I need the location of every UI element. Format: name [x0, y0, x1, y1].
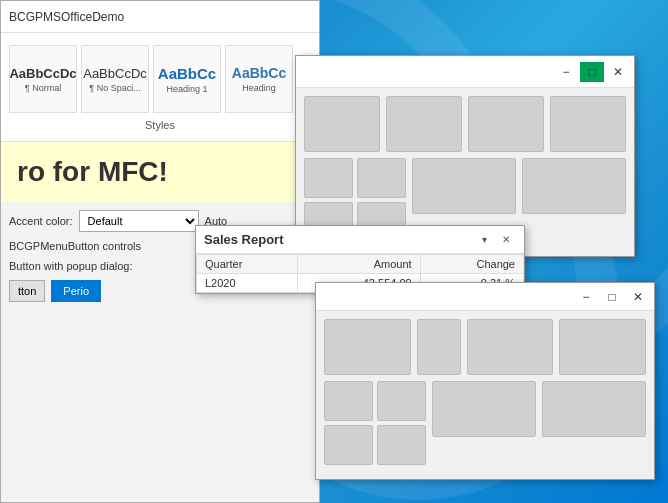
styles-label: Styles [9, 117, 311, 133]
grid-p2-row-2a [324, 381, 426, 421]
grid-p2-cell-1-2 [417, 319, 461, 375]
style-preview-heading1: AaBbCc [158, 65, 216, 82]
grid-cell-2-2 [412, 158, 516, 214]
grid-p2-cell-2-1d [377, 425, 426, 465]
grid-p2-cell-1-1 [324, 319, 411, 375]
grid-p2-col-group [324, 381, 426, 465]
grid-row-1 [304, 96, 626, 152]
accent-select[interactable]: Default [79, 210, 199, 232]
styles-row: AaBbCcDc ¶ Normal AaBbCcDc ¶ No Spaci...… [9, 41, 311, 117]
style-preview-heading: AaBbCc [232, 65, 286, 81]
mfc-heading: ro for MFC! [17, 156, 168, 188]
style-nospace[interactable]: AaBbCcDc ¶ No Spaci... [81, 45, 149, 113]
grid-cell-1-1 [304, 96, 380, 152]
sales-window-title: Sales Report [204, 232, 283, 247]
grid-panel-2-maximize[interactable]: □ [600, 287, 624, 307]
style-heading1[interactable]: AaBbCc Heading 1 [153, 45, 221, 113]
grid-panel-2-title-bar: − □ ✕ [316, 283, 654, 311]
grid-panel-2: − □ ✕ [315, 282, 655, 480]
grid-p2-cell-2-1a [324, 381, 373, 421]
style-preview-nospace: AaBbCcDc [83, 66, 147, 81]
col-change: Change [420, 255, 523, 274]
grid-panel-2-content [316, 311, 654, 479]
ribbon-content: AaBbCcDc ¶ Normal AaBbCcDc ¶ No Spaci...… [1, 33, 319, 141]
grid-p2-cell-1-4 [559, 319, 646, 375]
sales-close[interactable]: ✕ [496, 231, 516, 249]
grid-panel-2-minimize[interactable]: − [574, 287, 598, 307]
col-amount: Amount [298, 255, 421, 274]
col-quarter: Quarter [197, 255, 298, 274]
grid-cell-2-1b [357, 158, 406, 198]
ribbon: AaBbCcDc ¶ Normal AaBbCcDc ¶ No Spaci...… [1, 33, 319, 142]
grid-p2-cell-2-1b [377, 381, 426, 421]
sales-window-controls: ▾ ✕ [474, 231, 516, 249]
grid-panel-2-row-1 [324, 319, 646, 375]
grid-panel-1-minimize[interactable]: − [554, 62, 578, 82]
cell-quarter: L2020 [197, 274, 298, 293]
sales-minimize[interactable]: ▾ [474, 231, 494, 249]
grid-panel-1-title-bar: − □ ✕ [296, 56, 634, 88]
grid-p2-cell-2-3 [542, 381, 646, 437]
grid-p2-cell-2-2 [432, 381, 536, 437]
grid-cell-1-2 [386, 96, 462, 152]
sales-title-bar: Sales Report ▾ ✕ [196, 226, 524, 254]
button-popup-label: Button with popup dialog: [9, 260, 133, 272]
style-heading[interactable]: AaBbCc Heading [225, 45, 293, 113]
sales-table-header-row: Quarter Amount Change [197, 255, 524, 274]
grid-p2-cell-2-1c [324, 425, 373, 465]
content-area: ro for MFC! [1, 142, 319, 202]
style-normal[interactable]: AaBbCcDc ¶ Normal [9, 45, 77, 113]
main-title-bar: BCGPMSOfficeDemo [1, 1, 319, 33]
grid-panel-2-row-2 [324, 381, 646, 465]
small-button[interactable]: tton [9, 280, 45, 302]
style-label-heading: Heading [242, 83, 276, 93]
grid-cell-2-3 [522, 158, 626, 214]
grid-cell-1-3 [468, 96, 544, 152]
main-window-title: BCGPMSOfficeDemo [9, 10, 124, 24]
style-preview-normal: AaBbCcDc [9, 66, 76, 81]
style-label-heading1: Heading 1 [166, 84, 207, 94]
style-label-normal: ¶ Normal [25, 83, 61, 93]
grid-cell-1-4 [550, 96, 626, 152]
grid-p2-row-2b [324, 425, 426, 465]
grid-cell-2-1a [304, 158, 353, 198]
grid-panel-1-close[interactable]: ✕ [606, 62, 630, 82]
grid-panel-2-close[interactable]: ✕ [626, 287, 650, 307]
style-label-nospace: ¶ No Spaci... [89, 83, 140, 93]
grid-p2-cell-1-3 [467, 319, 554, 375]
accent-label: Accent color: [9, 215, 73, 227]
grid-row-2a [304, 158, 406, 198]
grid-panel-1-maximize[interactable]: □ [580, 62, 604, 82]
period-button[interactable]: Perio [51, 280, 101, 302]
